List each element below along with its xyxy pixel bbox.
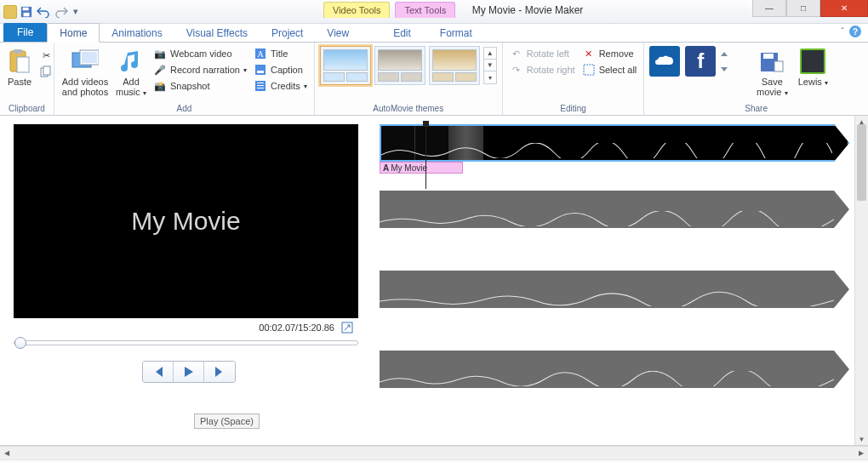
group-editing: ↶Rotate left ↷Rotate right ✕Remove Selec… xyxy=(503,43,645,115)
svg-rect-21 xyxy=(763,54,774,59)
snapshot-button[interactable]: 📸Snapshot xyxy=(151,78,248,94)
copy-button[interactable] xyxy=(37,64,54,79)
app-icon xyxy=(3,5,17,19)
window-controls: — □ ✕ xyxy=(752,0,868,17)
theme-thumb-2[interactable] xyxy=(374,46,425,85)
tab-view[interactable]: View xyxy=(315,24,361,42)
save-icon[interactable] xyxy=(20,5,33,19)
group-clipboard: Paste ✂ Clipboard xyxy=(0,43,54,115)
maximize-button[interactable]: □ xyxy=(786,0,820,17)
cut-button[interactable]: ✂ xyxy=(37,48,54,63)
qat-customize-icon[interactable]: ▾ xyxy=(71,5,80,19)
ribbon-tabs: File Home Animations Visual Effects Proj… xyxy=(0,24,868,43)
collapse-ribbon-icon[interactable]: ˆ xyxy=(841,26,844,37)
tab-visual-effects[interactable]: Visual Effects xyxy=(174,24,260,42)
rotate-right-button[interactable]: ↷Rotate right xyxy=(508,62,577,77)
horizontal-scrollbar[interactable]: ◀▶ xyxy=(0,446,868,459)
timeline-row-2[interactable] xyxy=(380,191,849,240)
avatar-icon xyxy=(800,48,825,74)
timeline-row-3[interactable] xyxy=(380,271,849,320)
tab-file[interactable]: File xyxy=(3,23,47,42)
tab-animations[interactable]: Animations xyxy=(100,24,174,42)
ribbon: Paste ✂ Clipboard Add videos and photos … xyxy=(0,43,868,116)
timeline-row-1[interactable]: A My Movie xyxy=(380,124,849,174)
time-display: 00:02.07/15:20.86 xyxy=(259,322,334,333)
rotate-left-icon: ↶ xyxy=(510,47,523,60)
group-share: f Save movie ▾ Lewis ▾ Share xyxy=(644,43,868,115)
timeline-row-4[interactable] xyxy=(380,351,849,400)
titlebar: ▾ Video Tools Text Tools My Movie - Movi… xyxy=(0,0,868,24)
credits-button[interactable]: Credits ▾ xyxy=(252,78,309,94)
group-add: Add videos and photos Add music ▾ 📷Webca… xyxy=(54,43,315,115)
facebook-icon[interactable]: f xyxy=(685,46,716,77)
seek-thumb[interactable] xyxy=(14,337,26,349)
redo-icon[interactable] xyxy=(54,5,69,19)
context-tab-video[interactable]: Video Tools xyxy=(323,2,390,18)
rotate-right-icon: ↷ xyxy=(510,63,523,77)
svg-rect-16 xyxy=(257,83,264,83)
record-narration-button[interactable]: 🎤Record narration ▾ xyxy=(151,62,248,77)
select-all-button[interactable]: Select all xyxy=(580,62,639,77)
caption-button[interactable]: Caption xyxy=(252,62,309,77)
save-movie-button[interactable]: Save movie ▾ xyxy=(753,46,791,99)
title-clip[interactable]: A My Movie xyxy=(380,162,463,174)
add-videos-photos-button[interactable]: Add videos and photos xyxy=(60,46,111,97)
prev-frame-button[interactable] xyxy=(143,362,174,382)
help-icon[interactable]: ? xyxy=(849,26,861,37)
preview-video: My Movie xyxy=(14,124,358,318)
play-button[interactable] xyxy=(174,362,204,382)
caption-icon xyxy=(254,63,267,77)
webcam-icon: 📷 xyxy=(153,47,167,60)
mic-icon: 🎤 xyxy=(153,63,167,77)
add-music-button[interactable]: Add music ▾ xyxy=(114,46,148,99)
svg-rect-5 xyxy=(17,57,29,72)
workspace: My Movie 00:02.07/15:20.86 Play (Space) … xyxy=(0,116,868,446)
theme-more-icon[interactable]: ▾ xyxy=(484,71,496,83)
credits-icon xyxy=(254,79,267,93)
share-more[interactable] xyxy=(721,46,731,77)
theme-thumb-1[interactable] xyxy=(320,46,371,85)
close-button[interactable]: ✕ xyxy=(820,0,868,17)
theme-down-icon[interactable]: ▼ xyxy=(484,60,496,71)
timeline-pane: A My Movie ▲▼ xyxy=(374,116,868,445)
ribbon-help-area: ˆ ? xyxy=(841,26,861,37)
timeline-vscroll[interactable]: ▲▼ xyxy=(854,116,868,445)
svg-rect-18 xyxy=(257,88,264,88)
title-button[interactable]: ATitle xyxy=(252,46,309,61)
tab-format[interactable]: Format xyxy=(428,24,484,42)
next-frame-button[interactable] xyxy=(204,362,235,382)
webcam-video-button[interactable]: 📷Webcam video xyxy=(151,46,248,61)
contextual-tabs: Video Tools Text Tools xyxy=(323,2,455,18)
svg-rect-1 xyxy=(23,7,29,10)
user-account-button[interactable]: Lewis ▾ xyxy=(796,46,830,88)
seek-bar[interactable] xyxy=(14,340,358,345)
window-title: My Movie - Movie Maker xyxy=(472,0,584,16)
rotate-left-button[interactable]: ↶Rotate left xyxy=(508,46,577,61)
quick-access-toolbar: ▾ xyxy=(0,5,83,19)
tab-project[interactable]: Project xyxy=(260,24,315,42)
preview-pane: My Movie 00:02.07/15:20.86 Play (Space) xyxy=(0,116,374,445)
svg-rect-22 xyxy=(774,61,783,71)
paste-button[interactable]: Paste xyxy=(5,46,34,87)
snapshot-icon: 📸 xyxy=(153,79,167,93)
tab-home[interactable]: Home xyxy=(47,23,100,43)
svg-rect-17 xyxy=(257,85,264,86)
context-tab-text[interactable]: Text Tools xyxy=(395,2,455,18)
svg-rect-7 xyxy=(43,66,50,75)
title-icon: A xyxy=(254,47,267,60)
minimize-button[interactable]: — xyxy=(752,0,786,17)
scissors-icon: ✂ xyxy=(39,48,53,62)
theme-up-icon[interactable]: ▲ xyxy=(484,48,496,60)
theme-thumb-3[interactable] xyxy=(429,46,480,85)
transport-controls xyxy=(14,361,364,383)
remove-button[interactable]: ✕Remove xyxy=(580,46,639,61)
onedrive-icon[interactable] xyxy=(649,46,680,77)
svg-rect-19 xyxy=(584,65,594,75)
group-themes: ▲▼▾ AutoMovie themes xyxy=(315,43,503,115)
copy-icon xyxy=(39,65,53,78)
fullscreen-icon[interactable] xyxy=(341,322,353,334)
tab-edit[interactable]: Edit xyxy=(381,24,423,42)
undo-icon[interactable] xyxy=(36,5,51,19)
theme-scroll[interactable]: ▲▼▾ xyxy=(483,47,497,84)
svg-rect-14 xyxy=(257,71,264,73)
